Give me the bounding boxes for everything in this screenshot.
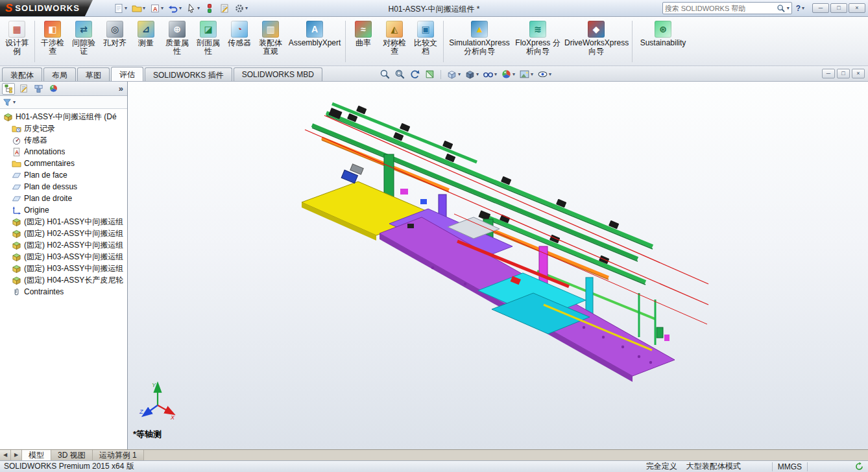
document-close-button[interactable]: × — [852, 69, 865, 78]
chevron-down-icon[interactable]: ▾ — [531, 71, 533, 77]
ribbon-separator — [443, 21, 444, 62]
ribbon-button-clearance-verification[interactable]: ⇄间隙验证 — [68, 18, 99, 65]
chevron-down-icon[interactable]: ▾ — [161, 5, 163, 11]
graphics-viewport[interactable]: Y X Z *等轴测 — [128, 82, 868, 449]
tab-sketch[interactable]: 草图 — [77, 67, 110, 81]
chevron-down-icon[interactable]: ▾ — [458, 71, 461, 77]
tree-item-component-h02b[interactable]: (固定) H02-ASSY中间搬运组 — [0, 239, 127, 251]
tab-model[interactable]: 模型 — [22, 450, 51, 460]
panel-overflow-button[interactable]: » — [119, 84, 125, 93]
tree-item-component-h03b[interactable]: (固定) H03-ASSY中间搬运组 — [0, 263, 127, 274]
ribbon-button-curvature[interactable]: ≈曲率 — [348, 18, 379, 65]
tree-item-sensors[interactable]: 传感器 — [0, 134, 127, 146]
chevron-down-icon[interactable]: ▾ — [197, 5, 200, 11]
print-button[interactable]: ▾ — [149, 3, 165, 14]
chevron-down-icon[interactable]: ▾ — [13, 99, 16, 105]
hide-show-items-button[interactable]: ▾ — [482, 68, 498, 80]
tab-scroll-right-button[interactable]: ▶ — [11, 450, 22, 460]
chevron-down-icon[interactable]: ▾ — [125, 5, 127, 11]
file-properties-icon — [219, 3, 230, 14]
ribbon-button-interference-detection[interactable]: ◧干涉检查 — [37, 18, 68, 65]
zoom-to-fit-button[interactable] — [379, 68, 391, 80]
close-button[interactable]: × — [849, 3, 865, 13]
chevron-down-icon[interactable]: ▾ — [476, 71, 479, 77]
assembly-mode-label: 大型装配体模式 — [686, 461, 741, 472]
ribbon-button-mass-properties[interactable]: ⊕质量属性 — [162, 18, 193, 65]
search-icon[interactable] — [777, 4, 786, 13]
tree-item-plan-de-droite[interactable]: Plan de droite — [0, 193, 127, 204]
tab-motion-study-1[interactable]: 运动算例 1 — [93, 450, 144, 460]
tree-item-origine[interactable]: Origine — [0, 204, 127, 216]
ribbon-button-driveworksxpress[interactable]: ◆DriveWorksXpress 向导 — [562, 18, 630, 65]
propertymanager-tab[interactable] — [17, 83, 30, 95]
displaymanager-tab[interactable] — [47, 83, 60, 95]
tree-item-component-h03a[interactable]: (固定) H03-ASSY中间搬运组 — [0, 251, 127, 263]
chevron-down-icon[interactable]: ▾ — [512, 71, 515, 77]
rebuild-button[interactable] — [203, 3, 216, 14]
ribbon-separator — [632, 21, 633, 62]
ribbon-button-assemblyxpert[interactable]: AAssemblyXpert — [286, 18, 343, 65]
previous-view-button[interactable] — [409, 68, 421, 80]
tab-layout[interactable]: 布局 — [43, 67, 76, 81]
tree-item-history[interactable]: 历史记录 — [0, 123, 127, 134]
display-style-button[interactable]: ▾ — [464, 68, 479, 80]
document-restore-button[interactable]: □ — [837, 69, 850, 78]
tab-assembly[interactable]: 装配体 — [2, 67, 42, 81]
configurationmanager-tab[interactable] — [32, 83, 45, 95]
tree-item-label: Origine — [24, 206, 49, 215]
ribbon-button-symmetry-check[interactable]: ◭对称检查 — [379, 18, 410, 65]
tree-item-annotations[interactable]: Annotations — [0, 146, 127, 158]
tab-scroll-left-button[interactable]: ◀ — [0, 450, 11, 460]
ribbon-button-design-study[interactable]: ▦设计算例 — [1, 18, 32, 65]
options-button[interactable]: ▾ — [233, 3, 249, 14]
open-document-button[interactable]: ▾ — [130, 3, 147, 14]
tab-3d-views[interactable]: 3D 视图 — [51, 450, 93, 460]
tree-item-plan-de-dessus[interactable]: Plan de dessus — [0, 181, 127, 193]
open-document-icon — [132, 3, 142, 14]
new-document-button[interactable]: ▾ — [112, 3, 128, 14]
view-settings-button[interactable]: ▾ — [536, 68, 552, 80]
tree-item-component-h01[interactable]: (固定) H01-ASSY中间搬运组 — [0, 216, 127, 228]
chevron-down-icon[interactable]: ▾ — [787, 5, 790, 11]
ribbon-button-floxpress[interactable]: ≋FloXpress 分析向导 — [513, 18, 562, 65]
file-properties-button[interactable] — [218, 3, 231, 14]
unit-system-selector[interactable]: MMGS — [772, 462, 808, 471]
filter-funnel-icon[interactable] — [3, 98, 12, 107]
document-minimize-button[interactable]: ─ — [822, 69, 835, 78]
section-view-button[interactable] — [424, 68, 436, 80]
tree-item-root[interactable]: H01-ASSY-中间搬运组件 (Dé — [0, 111, 127, 123]
tree-item-plan-de-face[interactable]: Plan de face — [0, 169, 127, 181]
ribbon-button-sensor[interactable]: ◔传感器 — [224, 18, 255, 65]
ribbon-button-measure[interactable]: ⊿测量 — [130, 18, 162, 65]
ribbon-button-compare-documents[interactable]: ▣比较文档 — [410, 18, 441, 65]
ribbon-button-assembly-visualization[interactable]: ▥装配体直观 — [255, 18, 286, 65]
tree-item-component-h04[interactable]: (固定) H04-ASSY长产皮尼轮 — [0, 274, 127, 286]
undo-button[interactable]: ▾ — [167, 3, 183, 14]
chevron-down-icon[interactable]: ▾ — [549, 71, 551, 77]
featuremanager-tab[interactable] — [2, 83, 15, 95]
assembly-3d-model[interactable] — [128, 82, 868, 449]
ribbon-button-simulationxpress[interactable]: ▲SimulationXpress 分析向导 — [446, 18, 513, 65]
ribbon-button-section-properties[interactable]: ◪剖面属性 — [193, 18, 224, 65]
tree-item-commentaires[interactable]: Commentaires — [0, 158, 127, 169]
assemblyxpert-icon: A — [306, 21, 323, 38]
minimize-button[interactable]: ─ — [812, 3, 829, 13]
ribbon-button-sustainability[interactable]: ⊛Sustainability — [634, 18, 692, 65]
chevron-down-icon[interactable]: ▾ — [179, 5, 182, 11]
search-input[interactable] — [665, 5, 775, 12]
view-orientation-button[interactable]: ▾ — [446, 68, 461, 80]
select-button[interactable]: ▾ — [185, 3, 201, 14]
tree-filter-bar: ▾ — [0, 96, 127, 109]
zoom-to-area-button[interactable] — [394, 68, 406, 80]
tree-item-contraintes[interactable]: Contraintes — [0, 286, 127, 298]
chevron-down-icon[interactable]: ▾ — [143, 5, 145, 11]
chevron-down-icon[interactable]: ▾ — [245, 5, 248, 11]
component-icon — [12, 241, 21, 250]
ribbon-button-hole-alignment[interactable]: ◎孔对齐 — [99, 18, 130, 65]
tree-item-component-h02a[interactable]: (固定) H02-ASSY中间搬运组 — [0, 228, 127, 239]
chevron-down-icon[interactable]: ▾ — [494, 71, 497, 77]
edit-appearance-button[interactable]: ▾ — [500, 68, 516, 80]
apply-scene-button[interactable]: ▾ — [518, 68, 534, 80]
help-button[interactable]: ?▾ — [796, 4, 804, 13]
maximize-button[interactable]: □ — [830, 3, 847, 13]
